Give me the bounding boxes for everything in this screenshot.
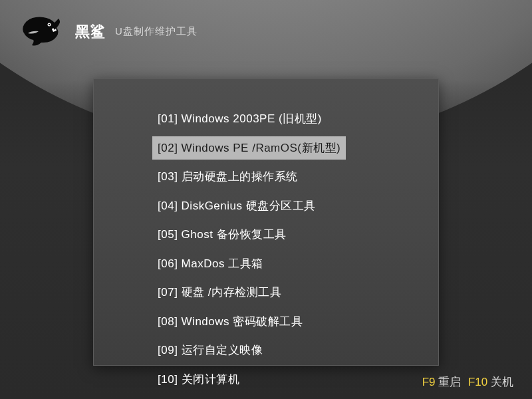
boot-menu-panel: [01] Windows 2003PE (旧机型) [02] Windows P… bbox=[93, 78, 439, 366]
menu-item-06[interactable]: [06] MaxDos 工具箱 bbox=[152, 252, 269, 276]
app-subtitle: U盘制作维护工具 bbox=[115, 25, 198, 38]
menu-item-02[interactable]: [02] Windows PE /RamOS(新机型) bbox=[152, 136, 346, 160]
menu-item-09[interactable]: [09] 运行自定义映像 bbox=[152, 338, 268, 362]
menu-item-04[interactable]: [04] DiskGenius 硬盘分区工具 bbox=[152, 194, 321, 218]
menu-item-05[interactable]: [05] Ghost 备份恢复工具 bbox=[152, 223, 292, 247]
menu-item-10[interactable]: [10] 关闭计算机 bbox=[152, 368, 245, 392]
hotkey-f10-action: 关机 bbox=[491, 376, 513, 388]
menu-item-01[interactable]: [01] Windows 2003PE (旧机型) bbox=[152, 107, 327, 131]
menu-item-07[interactable]: [07] 硬盘 /内存检测工具 bbox=[152, 281, 287, 305]
hotkey-f9: F9 bbox=[422, 376, 436, 388]
header: 黑鲨 U盘制作维护工具 bbox=[20, 13, 198, 50]
hotkey-f9-action: 重启 bbox=[438, 376, 461, 388]
menu-item-08[interactable]: [08] Windows 密码破解工具 bbox=[152, 310, 308, 334]
shark-logo-icon bbox=[20, 13, 70, 50]
menu-item-03[interactable]: [03] 启动硬盘上的操作系统 bbox=[152, 165, 303, 189]
footer-hotkeys: F9 重启 F10 关机 bbox=[422, 374, 517, 390]
hotkey-f10: F10 bbox=[468, 376, 487, 388]
svg-point-1 bbox=[49, 24, 50, 25]
brand-name: 黑鲨 bbox=[75, 22, 106, 42]
